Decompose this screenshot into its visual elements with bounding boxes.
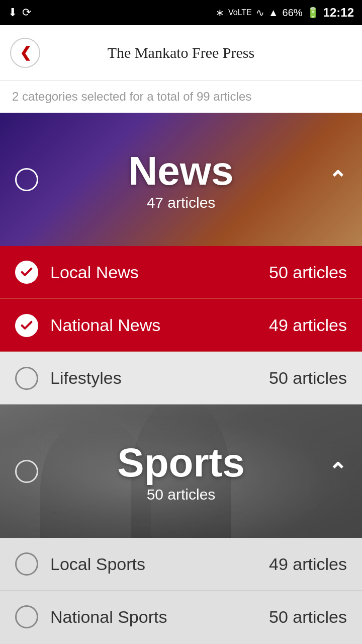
volte-icon: VoLTE	[228, 8, 252, 17]
local-sports-radio	[15, 552, 38, 576]
sports-chevron-icon[interactable]: ⌃	[328, 458, 347, 485]
sports-radio[interactable]	[15, 460, 38, 483]
wifi-icon: ∿	[256, 7, 264, 19]
national-news-count: 49 articles	[269, 315, 347, 335]
news-category-articles: 47 articles	[147, 194, 216, 211]
battery-icon: 🔋	[307, 7, 319, 19]
bluetooth-icon: ∗	[216, 7, 224, 19]
news-chevron-icon[interactable]: ⌃	[328, 167, 347, 193]
national-sports-item[interactable]: National Sports 50 articles	[0, 591, 362, 643]
sports-radio-circle	[15, 460, 38, 483]
sports-banner[interactable]: Sports 50 articles ⌃	[0, 405, 362, 538]
back-button[interactable]: ❮	[10, 38, 40, 68]
back-arrow-icon: ❮	[20, 44, 31, 61]
status-left-icons: ⬇ ⟳	[8, 6, 31, 19]
national-news-item[interactable]: National News 49 articles	[0, 299, 362, 352]
lifestyles-count: 50 articles	[269, 368, 347, 388]
header: ❮ The Mankato Free Press	[0, 25, 362, 80]
news-category-title: News	[129, 148, 234, 194]
lifestyles-item[interactable]: Lifestyles 50 articles	[0, 352, 362, 405]
subtitle-text: 2 categories selected for a total of 99 …	[0, 80, 362, 113]
local-sports-count: 49 articles	[269, 554, 347, 574]
lifestyles-label: Lifestyles	[50, 368, 257, 388]
lifestyles-radio-circle	[15, 367, 38, 390]
sync-icon: ⟳	[22, 6, 31, 19]
status-right-icons: ∗ VoLTE ∿ ▲ 66% 🔋 12:12	[216, 6, 354, 20]
local-news-label: Local News	[50, 263, 257, 282]
news-banner[interactable]: News 47 articles ⌃	[0, 113, 362, 246]
local-news-item[interactable]: Local News 50 articles	[0, 246, 362, 299]
news-radio-circle	[15, 168, 38, 191]
national-news-label: National News	[50, 315, 257, 335]
clock: 12:12	[323, 6, 354, 20]
download-icon: ⬇	[8, 6, 17, 19]
local-news-check-icon	[15, 261, 38, 284]
national-sports-radio	[15, 605, 38, 628]
sports-banner-content: Sports 50 articles	[0, 440, 362, 503]
status-bar: ⬇ ⟳ ∗ VoLTE ∿ ▲ 66% 🔋 12:12	[0, 0, 362, 25]
national-news-check-icon	[15, 314, 38, 337]
news-banner-content: News 47 articles	[0, 148, 362, 211]
local-sports-label: Local Sports	[50, 554, 257, 574]
national-sports-count: 50 articles	[269, 607, 347, 627]
page-title: The Mankato Free Press	[108, 44, 254, 61]
battery-level: 66%	[283, 7, 303, 19]
sports-category-articles: 50 articles	[147, 486, 216, 503]
local-sports-item[interactable]: Local Sports 49 articles	[0, 538, 362, 591]
sports-category-title: Sports	[117, 440, 244, 486]
signal-icon: ▲	[268, 7, 279, 19]
news-radio[interactable]	[15, 168, 38, 191]
local-news-count: 50 articles	[269, 263, 347, 282]
national-sports-label: National Sports	[50, 607, 257, 627]
